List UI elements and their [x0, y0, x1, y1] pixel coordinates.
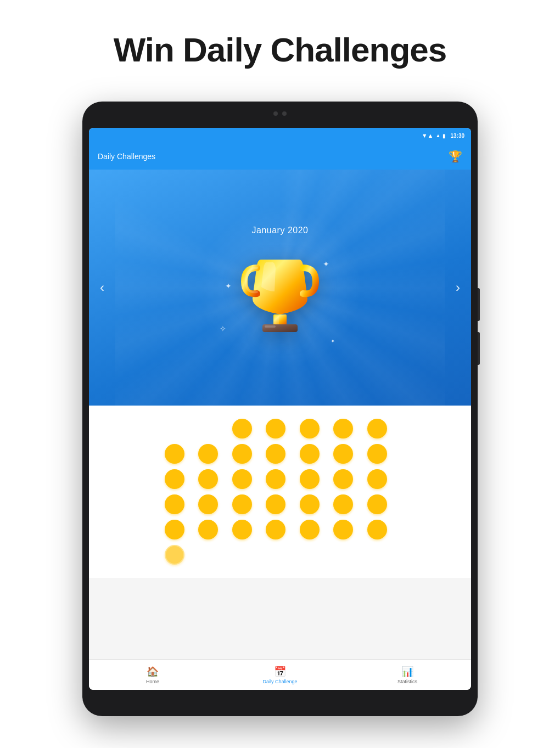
wifi-icon: ▼▲	[422, 132, 434, 139]
camera-dot-1	[273, 111, 278, 116]
dot-empty	[367, 545, 387, 565]
tablet-screen: ▼▲ ▲ ▮ 13:30 Daily Challenges 🏆 ‹ Januar…	[89, 128, 471, 690]
calendar-dot[interactable]	[333, 520, 353, 539]
calendar-dot[interactable]	[165, 444, 184, 464]
dot-empty	[198, 545, 218, 565]
status-bar: ▼▲ ▲ ▮ 13:30	[89, 128, 471, 143]
calendar-dot[interactable]	[367, 444, 387, 464]
camera-dot-2	[282, 111, 287, 116]
battery-icon: ▮	[443, 133, 446, 139]
next-month-button[interactable]: ›	[456, 280, 460, 295]
dot-empty	[300, 545, 320, 565]
nav-label-home: Home	[146, 679, 159, 684]
calendar-dot[interactable]	[232, 494, 252, 514]
nav-label-daily-challenge: Daily Challenge	[262, 679, 297, 684]
bottom-nav: 🏠 Home 📅 Daily Challenge 📊 Statistics	[89, 659, 471, 690]
calendar-dot[interactable]	[300, 520, 320, 539]
calendar-dot[interactable]	[266, 494, 285, 514]
calendar-dot[interactable]	[333, 444, 353, 464]
prev-month-button[interactable]: ‹	[100, 280, 104, 295]
page-title: Win Daily Challenges	[0, 0, 560, 91]
calendar-dot[interactable]	[266, 419, 285, 438]
calendar-dot[interactable]	[232, 444, 252, 464]
statistics-icon: 📊	[401, 666, 413, 678]
sparkle-1: ✦	[225, 282, 232, 290]
svg-rect-1	[275, 316, 279, 325]
sparkle-4: ✦	[331, 338, 335, 344]
signal-icon: ▲	[436, 133, 441, 138]
calendar-dot[interactable]	[232, 419, 252, 438]
calendar-dot[interactable]	[333, 469, 353, 489]
calendar-dot[interactable]	[266, 444, 285, 464]
calendar-dot[interactable]	[232, 520, 252, 539]
tablet-device: ▼▲ ▲ ▮ 13:30 Daily Challenges 🏆 ‹ Januar…	[82, 102, 478, 716]
dot-empty	[232, 545, 252, 565]
calendar-dot[interactable]	[367, 520, 387, 539]
calendar-dot[interactable]	[333, 419, 353, 438]
calendar-dot[interactable]	[165, 494, 184, 514]
calendar-dot[interactable]	[367, 419, 387, 438]
calendar-dot[interactable]	[198, 444, 218, 464]
app-bar: Daily Challenges 🏆	[89, 143, 471, 170]
nav-item-daily-challenge[interactable]: 📅 Daily Challenge	[216, 666, 344, 684]
calendar-dot[interactable]	[367, 469, 387, 489]
calendar-dot[interactable]	[198, 469, 218, 489]
month-label: January 2020	[252, 226, 309, 235]
trophy-svg	[236, 249, 324, 347]
calendar-dot[interactable]	[367, 494, 387, 514]
status-time: 13:30	[450, 133, 464, 139]
sparkle-3: ✧	[220, 324, 226, 333]
calendar-dot[interactable]	[333, 494, 353, 514]
dot-grid	[165, 419, 395, 565]
calendar-dot[interactable]	[300, 419, 320, 438]
calendar-dot[interactable]	[300, 494, 320, 514]
svg-rect-3	[265, 325, 276, 328]
calendar-dot[interactable]	[266, 469, 285, 489]
calendar-dot[interactable]	[232, 469, 252, 489]
calendar-dot[interactable]	[165, 520, 184, 539]
calendar-dot[interactable]	[300, 444, 320, 464]
tablet-camera	[273, 111, 287, 116]
hero-section: ‹ January 2020	[89, 170, 471, 406]
dot-empty	[266, 545, 285, 565]
side-button-2	[478, 332, 480, 365]
nav-label-statistics: Statistics	[397, 679, 417, 684]
calendar-section	[89, 406, 471, 578]
calendar-dot[interactable]	[266, 520, 285, 539]
calendar-dot-current[interactable]	[165, 545, 184, 565]
side-button-1	[478, 288, 480, 321]
app-bar-title: Daily Challenges	[98, 152, 155, 161]
nav-item-statistics[interactable]: 📊 Statistics	[344, 666, 471, 684]
calendar-dot[interactable]	[198, 520, 218, 539]
trophy-container: ✦ ✦ ✧ ✦	[236, 249, 324, 350]
daily-challenge-icon: 📅	[274, 666, 286, 678]
sparkle-2: ✦	[323, 260, 329, 268]
calendar-dot[interactable]	[300, 469, 320, 489]
calendar-dot[interactable]	[165, 469, 184, 489]
app-bar-trophy-icon[interactable]: 🏆	[449, 150, 462, 163]
calendar-dot[interactable]	[198, 494, 218, 514]
dot-empty	[165, 419, 184, 438]
status-icons: ▼▲ ▲ ▮ 13:30	[422, 132, 464, 139]
dot-empty	[198, 419, 218, 438]
dot-empty	[333, 545, 353, 565]
nav-item-home[interactable]: 🏠 Home	[89, 666, 216, 684]
home-icon: 🏠	[147, 666, 159, 678]
